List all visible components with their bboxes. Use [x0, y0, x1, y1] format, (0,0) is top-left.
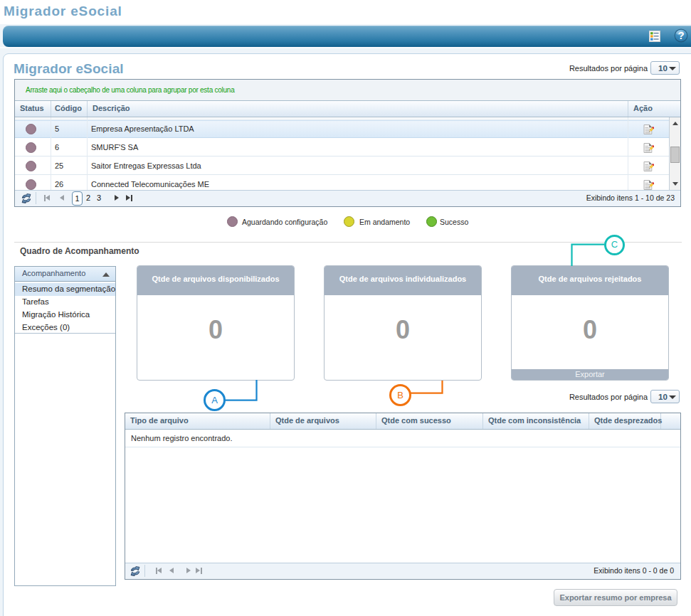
svg-text:?: ?	[677, 29, 684, 41]
